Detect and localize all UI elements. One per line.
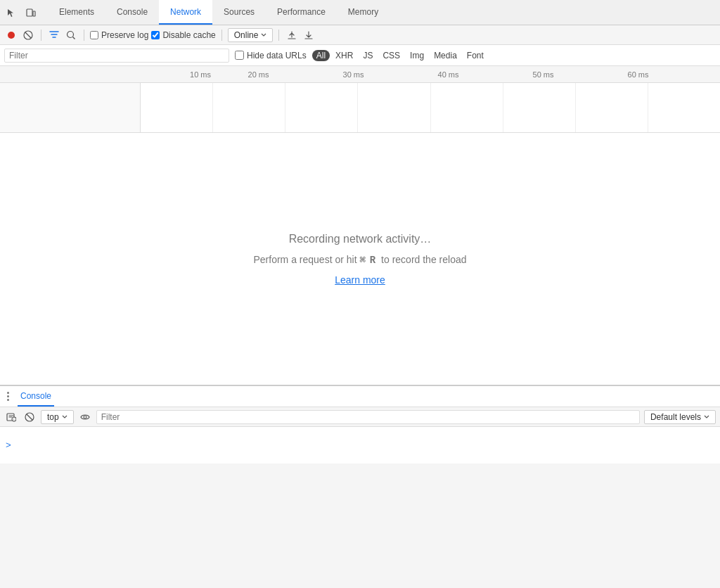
filter-type-media[interactable]: Media xyxy=(430,50,461,61)
import-button[interactable] xyxy=(285,28,299,42)
cursor-icon[interactable] xyxy=(3,4,20,21)
tab-console[interactable]: Console xyxy=(105,0,159,25)
network-toolbar: Preserve log Disable cache Online xyxy=(0,25,720,45)
timeline-col-7 xyxy=(576,83,648,132)
console-tab[interactable]: Console xyxy=(18,386,54,407)
tab-network[interactable]: Network xyxy=(159,0,212,25)
console-body: > xyxy=(0,427,720,464)
dot-1 xyxy=(7,392,9,394)
context-select[interactable]: top xyxy=(41,410,74,424)
eye-icon[interactable] xyxy=(78,410,92,424)
svg-point-2 xyxy=(8,32,15,39)
tick-20ms: 20 ms xyxy=(211,70,306,79)
tab-memory[interactable]: Memory xyxy=(337,0,390,25)
clear-console-icon[interactable] xyxy=(22,410,37,424)
timeline-header: 10 ms 20 ms 30 ms 40 ms 50 ms 60 ms 70 m… xyxy=(0,66,720,83)
export-button[interactable] xyxy=(302,28,316,42)
dot-3 xyxy=(7,399,9,401)
console-prompt: > xyxy=(6,440,11,451)
preserve-log-group[interactable]: Preserve log xyxy=(90,30,148,40)
svg-rect-0 xyxy=(27,9,32,16)
separator-1 xyxy=(41,30,41,41)
learn-more-link[interactable]: Learn more xyxy=(335,274,385,286)
timeline-col-6 xyxy=(503,83,576,132)
svg-line-4 xyxy=(25,32,31,38)
record-button[interactable] xyxy=(4,28,18,42)
hide-data-urls-group[interactable]: Hide data URLs xyxy=(235,51,307,60)
tab-sources[interactable]: Sources xyxy=(212,0,266,25)
dot-2 xyxy=(7,395,9,397)
hide-data-urls-checkbox[interactable] xyxy=(235,51,244,60)
filter-types: All XHR JS CSS Img Media Font xyxy=(312,50,488,61)
default-levels-label: Default levels xyxy=(650,412,701,422)
filter-type-js[interactable]: JS xyxy=(359,50,377,61)
timeline-col-2 xyxy=(213,83,285,132)
tick-60ms: 60 ms xyxy=(591,70,686,79)
tab-performance[interactable]: Performance xyxy=(266,0,337,25)
empty-state: Recording network activity… Perform a re… xyxy=(0,133,720,385)
disable-cache-checkbox[interactable] xyxy=(151,31,160,39)
filter-bar: Hide data URLs All XHR JS CSS Img Media … xyxy=(0,45,720,66)
filter-type-xhr[interactable]: XHR xyxy=(331,50,357,61)
filter-type-all[interactable]: All xyxy=(312,50,330,61)
timeline-col-8 xyxy=(648,83,720,132)
timeline-grid xyxy=(141,83,720,132)
tick-50ms: 50 ms xyxy=(496,70,591,79)
disable-cache-label: Disable cache xyxy=(162,30,215,40)
kbd-symbol: ⌘ xyxy=(359,255,365,266)
svg-rect-1 xyxy=(33,11,35,16)
timeline-col-1 xyxy=(141,83,213,132)
svg-line-6 xyxy=(73,37,75,39)
clear-button[interactable] xyxy=(21,28,35,42)
disable-cache-group[interactable]: Disable cache xyxy=(151,30,215,40)
preserve-log-label: Preserve log xyxy=(101,30,148,40)
timeline-col-5 xyxy=(431,83,503,132)
context-label: top xyxy=(47,412,59,422)
console-drawer-toggle[interactable] xyxy=(4,389,12,404)
tick-70ms: 70 ms xyxy=(686,70,720,79)
hide-data-urls-label: Hide data URLs xyxy=(247,51,307,60)
separator-4 xyxy=(278,30,279,41)
tab-bar-icons xyxy=(3,4,39,21)
preserve-log-checkbox[interactable] xyxy=(90,31,98,39)
svg-point-5 xyxy=(68,31,74,37)
tick-30ms: 30 ms xyxy=(306,70,401,79)
tabs: Elements Console Network Sources Perform… xyxy=(48,0,717,25)
execute-script-icon[interactable] xyxy=(4,410,18,424)
kbd-key: R xyxy=(370,255,375,266)
timeline-col-3 xyxy=(285,83,358,132)
tick-10ms: 10 ms xyxy=(141,70,211,79)
recording-subtitle: Perform a request or hit ⌘ R to record t… xyxy=(254,254,467,266)
tick-40ms: 40 ms xyxy=(401,70,496,79)
timeline-col-4 xyxy=(358,83,430,132)
console-toolbar: top Default levels xyxy=(0,407,720,427)
filter-icon[interactable] xyxy=(47,28,61,42)
filter-type-img[interactable]: Img xyxy=(406,50,428,61)
console-filter-input[interactable] xyxy=(96,410,640,424)
filter-type-font[interactable]: Font xyxy=(463,50,488,61)
separator-2 xyxy=(84,30,84,41)
console-area: Console top xyxy=(0,385,720,463)
svg-line-12 xyxy=(27,414,32,420)
console-tab-bar: Console xyxy=(0,386,720,407)
online-label: Online xyxy=(234,30,259,40)
default-levels-select[interactable]: Default levels xyxy=(644,410,716,424)
tab-bar: Elements Console Network Sources Perform… xyxy=(0,0,720,25)
request-list-panel xyxy=(0,83,141,132)
filter-input[interactable] xyxy=(4,49,229,63)
device-toolbar-icon[interactable] xyxy=(22,4,39,21)
search-icon[interactable] xyxy=(64,28,78,42)
svg-point-13 xyxy=(84,416,86,418)
tab-elements[interactable]: Elements xyxy=(48,0,105,25)
recording-title: Recording network activity… xyxy=(289,233,432,245)
separator-3 xyxy=(221,30,222,41)
network-throttling-select[interactable]: Online xyxy=(228,28,274,42)
filter-type-css[interactable]: CSS xyxy=(378,50,404,61)
